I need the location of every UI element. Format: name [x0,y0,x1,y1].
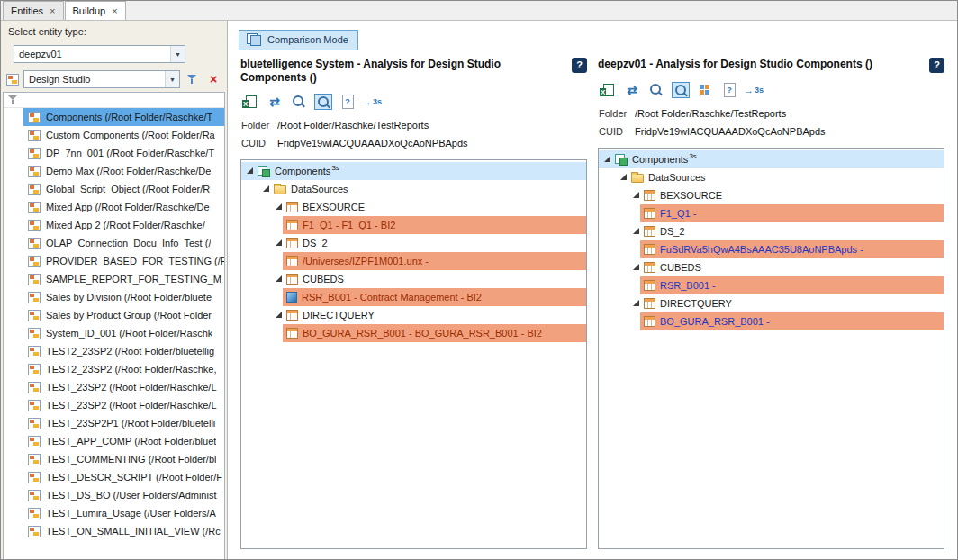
expander-icon[interactable] [619,172,629,183]
zoom-icon[interactable] [647,82,665,98]
tab-close-icon[interactable]: × [112,6,117,16]
entity-list-item[interactable]: TEST_23SP2 (/Root Folder/Raschke/L [4,396,224,414]
zoom-icon[interactable] [290,94,308,110]
refresh-3s-icon[interactable]: 3s [363,94,381,110]
chevron-down-icon[interactable]: ▼ [170,46,185,62]
chevron-down-icon[interactable]: ▼ [165,71,179,87]
funnel-icon [8,95,19,105]
excel-export-icon[interactable] [599,82,617,98]
entity-list-item[interactable]: DP_7nn_001 (/Root Folder/Raschke/T [4,144,224,162]
entity-list-item[interactable]: TEST_DESCR_SCRIPT (/Root Folder/F [4,468,224,486]
tab-label: Buildup [73,5,106,16]
entity-list-item[interactable]: Mixed App 2 (/Root Folder/Raschke/ [4,216,224,234]
entity-list-item[interactable]: System_ID_001 (/Root Folder/Raschk [4,324,224,342]
tree-node[interactable]: CUBEDS [628,258,944,276]
tree-node[interactable]: Components 3s [599,150,944,168]
tree-node[interactable]: CUBEDS [270,270,586,288]
tree-node[interactable]: F1_Q1 - F1_Q1 - BI2 [283,216,586,234]
tree-node[interactable]: F1_Q1 - [640,204,944,222]
entity-list-item[interactable]: TEST_ON_SMALL_INITIAL_VIEW (/Rc [4,522,224,540]
entity-list-item[interactable]: Global_Script_Object (/Root Folder/R [4,180,224,198]
entity-list-item[interactable]: TEST_23SP2 (/Root Folder/Raschke/L [4,378,224,396]
expander-icon[interactable] [245,166,256,176]
expander-icon[interactable] [274,238,285,248]
expander-icon[interactable] [274,310,285,321]
design-studio-entity-icon [28,400,41,411]
entity-list-item[interactable]: TEST_DS_BO (/User Folders/Administ [4,486,224,504]
entity-list-item[interactable]: PROVIDER_BASED_FOR_TESTING (/F [4,252,224,270]
expander-icon[interactable] [602,154,613,165]
tree-node-label: /Universes/IZPF1M001.unx - [303,256,429,266]
entity-list-item[interactable]: OLAP_Connection_Docu_Info_Test (/ [4,234,224,252]
entity-list-item[interactable]: Mixed App (/Root Folder/Raschke/De [4,198,224,216]
tree-node[interactable]: BO_GURA_RSR_B001 - BO_GURA_RSR_B001 - BI… [283,324,586,342]
row-indicator-gutter [4,198,23,216]
tree-node[interactable]: FuSdRVa5hQwA4BsAAAC35U8AoNPBApds - [640,240,944,258]
help-doc-icon[interactable] [720,82,738,98]
list-filter-row[interactable] [4,93,224,108]
clear-filter-button[interactable]: × [205,71,221,87]
table-icon [286,310,298,321]
entity-list-item[interactable]: TEST_23SP2P1 (/Root Folder/bluetelli [4,414,224,432]
filter-button[interactable] [185,71,201,87]
tree-node[interactable]: BEXSOURCE [270,198,586,216]
expander-icon[interactable] [631,298,642,309]
system-select[interactable]: deepzv01 ▼ [14,45,185,63]
entity-label: Mixed App 2 (/Root Folder/Raschke/ [46,220,205,230]
help-doc-icon[interactable] [339,94,357,110]
entity-list-item[interactable]: TEST2_23SP2 (/Root Folder/Raschke, [4,360,224,378]
zoom-highlight-icon[interactable] [314,94,332,110]
tree-node-label: FuSdRVa5hQwA4BsAAAC35U8AoNPBApds - [660,244,863,255]
expander-icon[interactable] [274,274,285,285]
entity-label: DP_7nn_001 (/Root Folder/Raschke/T [46,148,214,158]
entity-label: Demo Max (/Root Folder/Raschke/De [46,166,211,176]
expander-icon[interactable] [261,184,272,194]
transfer-icon[interactable] [623,82,641,98]
tree-node[interactable]: DIRECTQUERY [270,306,586,324]
left-panel-toolbar: 3s [241,93,587,111]
entity-label: TEST_23SP2 (/Root Folder/Raschke/L [46,400,217,411]
entity-list-item[interactable]: Components (/Root Folder/Raschke/T [4,108,224,126]
tree-node[interactable]: Components 3s [241,162,586,180]
tab-entities[interactable]: Entities × [3,1,64,20]
expander-icon[interactable] [631,226,642,237]
tab-buildup[interactable]: Buildup × [65,1,126,20]
help-icon[interactable]: ? [572,58,587,73]
entity-list-item[interactable]: TEST_COMMENTING (/Root Folder/bl [4,450,224,468]
excel-export-icon[interactable] [241,94,259,110]
entity-list-item[interactable]: Custom Components (/Root Folder/Ra [4,126,224,144]
tree-node[interactable]: BEXSOURCE [628,186,944,204]
comparison-mode-button[interactable]: Comparison Mode [239,30,358,50]
refresh-3s-icon[interactable]: 3s [745,82,763,98]
expander-icon[interactable] [274,202,285,212]
entity-list-item[interactable]: Demo Max (/Root Folder/Raschke/De [4,162,224,180]
tree-node[interactable]: DataSources [615,168,944,186]
tree-node[interactable]: RSR_B001 - Contract Management - BI2 [283,288,586,306]
design-studio-entity-icon [28,166,41,177]
tree-node-label: DS_2 [303,238,328,248]
tree-node[interactable]: /Universes/IZPF1M001.unx - [283,252,586,270]
transfer-icon[interactable] [266,94,284,110]
tree-node[interactable]: RSR_B001 - [640,276,944,294]
zoom-highlight-icon[interactable] [672,82,690,98]
entity-list-item[interactable]: Sales by Product Group (/Root Folder [4,306,224,324]
tree-node[interactable]: DataSources [258,180,586,198]
grid-icon[interactable] [696,82,714,98]
expander-icon[interactable] [631,190,642,201]
tab-close-icon[interactable]: × [50,6,55,16]
right-panel-title: deepzv01 - Analysis for Design Studio Co… [598,58,929,71]
entity-label: TEST_COMMENTING (/Root Folder/bl [46,454,216,465]
entity-list-item[interactable]: TEST_APP_COMP (/Root Folder/bluet [4,432,224,450]
tree-node[interactable]: BO_GURA_RSR_B001 - [640,312,944,330]
entity-list-item[interactable]: TEST_Lumira_Usage (/User Folders/A [4,504,224,522]
tree-node[interactable]: DIRECTQUERY [628,294,944,312]
design-studio-entity-icon [28,364,41,375]
entity-type-select[interactable]: Design Studio ▼ [23,70,180,88]
entity-list-item[interactable]: SAMPLE_REPORT_FOR_TESTING_M ( [4,270,224,288]
help-icon[interactable]: ? [929,58,944,73]
entity-list-item[interactable]: Sales by Division (/Root Folder/bluete [4,288,224,306]
tree-node[interactable]: DS_2 [628,222,944,240]
tree-node[interactable]: DS_2 [270,234,586,252]
entity-list-item[interactable]: TEST2_23SP2 (/Root Folder/bluetellig [4,342,224,360]
expander-icon[interactable] [631,262,642,273]
